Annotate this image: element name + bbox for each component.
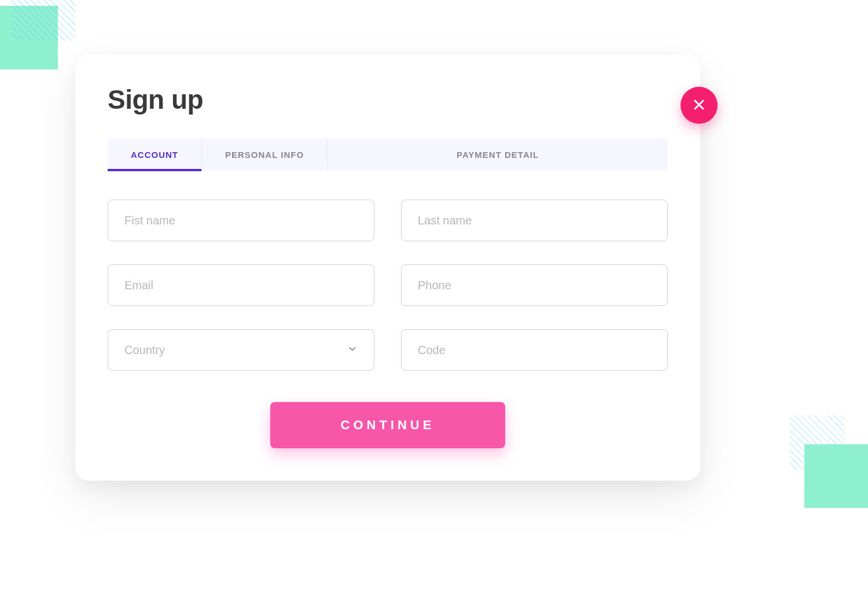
first-name-field[interactable] (108, 200, 374, 241)
phone-field[interactable] (401, 264, 668, 306)
email-field[interactable] (108, 264, 374, 306)
country-select-wrap (108, 329, 374, 371)
tab-account[interactable]: ACCOUNT (108, 138, 202, 171)
tabs: ACCOUNT PERSONAL INFO PAYMENT DETAIL (108, 138, 668, 171)
tab-payment-detail[interactable]: PAYMENT DETAIL (328, 138, 668, 171)
close-button[interactable] (681, 87, 718, 124)
close-icon (692, 98, 706, 113)
form-grid (108, 200, 668, 371)
tab-label: ACCOUNT (131, 150, 178, 160)
decoration-top-left (0, 0, 69, 75)
page-title: Sign up (108, 84, 668, 115)
continue-wrap: CONTINUE (108, 402, 668, 448)
tab-personal-info[interactable]: PERSONAL INFO (202, 138, 328, 171)
last-name-field[interactable] (401, 200, 668, 241)
tab-label: PAYMENT DETAIL (457, 150, 539, 160)
country-select[interactable] (108, 329, 374, 371)
decoration-bottom-right (787, 415, 868, 508)
tab-label: PERSONAL INFO (225, 150, 304, 160)
code-field[interactable] (401, 329, 668, 371)
continue-button[interactable]: CONTINUE (270, 402, 505, 448)
signup-modal: Sign up ACCOUNT PERSONAL INFO PAYMENT DE… (75, 55, 700, 481)
